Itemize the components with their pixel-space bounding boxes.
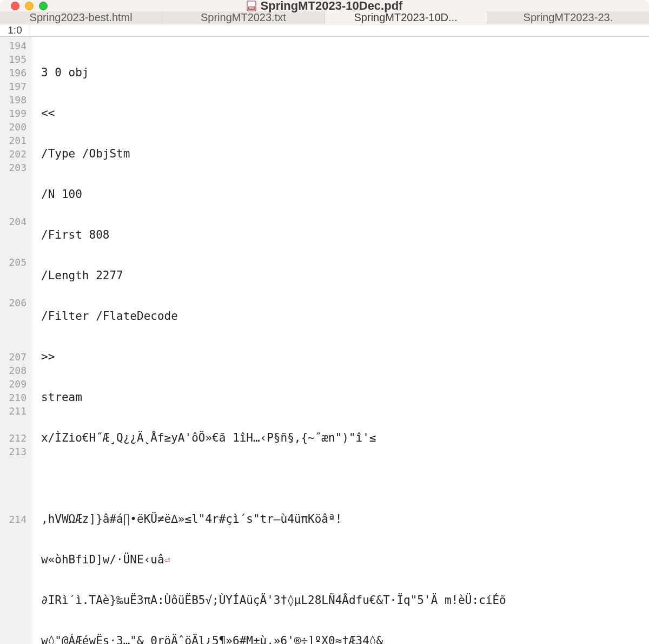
code-content[interactable]: 3 0 obj << /Type /ObjStm /N 100 /First 8… [31, 37, 649, 644]
line-number: 201 [0, 134, 31, 147]
line-number [0, 282, 31, 296]
code-line: 3 0 obj [41, 66, 649, 80]
line-number: 205 [0, 255, 31, 269]
line-number: 198 [0, 93, 31, 107]
line-number [0, 526, 31, 540]
line-number [0, 242, 31, 255]
code-line: /Length 2277 [41, 269, 649, 282]
editor-window: PDF SpringMT2023-10Dec.pdf Spring2023-be… [0, 0, 649, 644]
line-number [0, 269, 31, 282]
code-line: << [41, 107, 649, 120]
code-line: w◊"@ÁÆéwËs·3…"& 0röÄˆöÄl¿5¶»6#M±ù,»6'®÷]… [41, 634, 649, 644]
line-number: 203 [0, 161, 31, 174]
line-number: 211 [0, 404, 31, 418]
code-text: w«òhBfiD]w/·ÜNE‹uâ [41, 553, 164, 566]
line-number [0, 323, 31, 337]
code-line: w«òhBfiD]w/·ÜNE‹uâ⏎ [41, 553, 649, 567]
line-number: 197 [0, 80, 31, 93]
window-title-text: SpringMT2023-10Dec.pdf [261, 0, 403, 13]
line-number: 206 [0, 296, 31, 310]
cursor-position: 1:0 [0, 24, 30, 36]
minimize-icon[interactable] [25, 2, 34, 10]
line-number [0, 228, 31, 242]
line-number: 199 [0, 107, 31, 120]
code-line: >> [41, 350, 649, 364]
window-title: PDF SpringMT2023-10Dec.pdf [0, 0, 649, 13]
code-line: stream [41, 391, 649, 404]
status-bar: 1:0 [0, 24, 649, 37]
zoom-icon[interactable] [39, 2, 48, 10]
line-number [0, 201, 31, 215]
tabbar: Spring2023-best.html SpringMT2023.txt Sp… [0, 11, 649, 24]
code-line: /Filter /FlateDecode [41, 310, 649, 323]
code-line: /Type /ObjStm [41, 147, 649, 161]
code-line: x/ÌZio€H˝Æ¸Q¿¿Ä˛Åf≥yA'ôÕ»€ã 1îH…‹P§ñ§,{~… [41, 431, 649, 445]
line-number: 209 [0, 377, 31, 391]
line-number: 207 [0, 350, 31, 364]
tab-springmt2023-23[interactable]: SpringMT2023-23. [487, 11, 649, 24]
line-number [0, 499, 31, 512]
line-number: 210 [0, 391, 31, 404]
line-number: 204 [0, 215, 31, 228]
line-number: 213 [0, 445, 31, 458]
traffic-lights [0, 2, 48, 10]
svg-rect-1 [248, 6, 255, 10]
line-number: 208 [0, 364, 31, 377]
pdf-file-icon: PDF [247, 1, 256, 11]
code-line: /First 808 [41, 228, 649, 242]
close-icon[interactable] [11, 2, 19, 10]
line-number-gutter: 194 195 196 197 198 199 200 201 202 203 … [0, 37, 31, 644]
svg-text:PDF: PDF [249, 6, 254, 10]
line-number [0, 188, 31, 201]
line-number [0, 472, 31, 485]
line-number: 214 [0, 512, 31, 526]
code-line: ,hVWΩÆz]}â#á∏•ëKÜ≠ë∆»≤l"4r#çì´s"tr–ù4üπK… [41, 512, 649, 526]
wrap-marker-icon: ⏎ [164, 554, 170, 566]
line-number: 196 [0, 66, 31, 80]
line-number [0, 310, 31, 323]
line-number [0, 485, 31, 499]
code-line: /N 100 [41, 188, 649, 201]
editor-area[interactable]: 194 195 196 197 198 199 200 201 202 203 … [0, 37, 649, 644]
tab-springmt2023-txt[interactable]: SpringMT2023.txt [162, 11, 325, 24]
line-number: 212 [0, 431, 31, 445]
code-line [41, 472, 649, 485]
code-line: ∂IRì´ì.TAè}‰uË3πA:ÙôüËB5√;ÙYÍAüçÄ'3†◊µL2… [41, 594, 649, 607]
status-spacer [30, 24, 649, 36]
line-number: 195 [0, 52, 31, 66]
svg-rect-0 [247, 1, 256, 11]
tab-spring2023-best[interactable]: Spring2023-best.html [0, 11, 162, 24]
line-number [0, 337, 31, 350]
line-number [0, 418, 31, 431]
tab-springmt2023-10dec[interactable]: SpringMT2023-10D... [325, 11, 487, 24]
titlebar: PDF SpringMT2023-10Dec.pdf [0, 0, 649, 11]
line-number: 200 [0, 120, 31, 134]
line-number [0, 174, 31, 188]
line-number: 194 [0, 39, 31, 52]
line-number: 202 [0, 147, 31, 161]
line-number [0, 458, 31, 472]
